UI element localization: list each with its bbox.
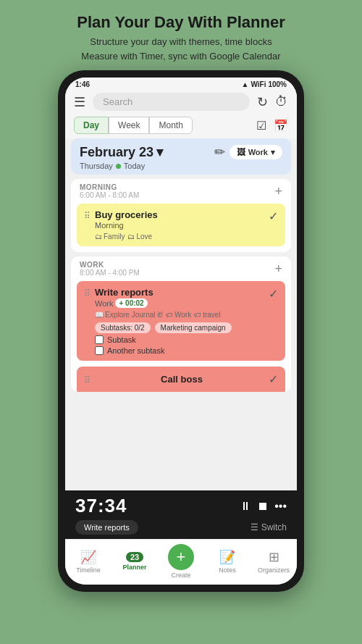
morning-drag-handle[interactable]: ⠿ (84, 211, 90, 221)
work-task-info: Write reports Work + 00:02 📖 Explore Jou… (95, 287, 269, 355)
work-drag-handle[interactable]: ⠿ (84, 288, 90, 298)
edit-icon[interactable]: ✏ (214, 144, 225, 160)
create-label: Create (171, 572, 190, 579)
today-dot (116, 164, 121, 169)
search-bar[interactable]: Search (93, 93, 250, 111)
morning-task-info: Buy groceries Morning 🗂 Family 🗂 Love (95, 209, 269, 241)
planner-label: Planner (122, 564, 146, 571)
work-tag-travel: 🏷 travel (194, 311, 220, 319)
partial-task: ⠿ Call boss ✓ (77, 367, 285, 392)
date-left: February 23 ▾ Thursday Today (80, 144, 163, 170)
work-time: 8:00 AM - 4:00 PM (80, 269, 140, 277)
switch-icon: ☰ (251, 522, 258, 532)
timer-display: 37:34 (75, 495, 127, 517)
subtask-1: Subtask (95, 335, 269, 344)
nav-icons: ↻ ⏱ (257, 94, 288, 110)
phone-frame: 1:46 ▲ WiFi 100% ☰ Search ↻ ⏱ Day Week M… (58, 70, 304, 592)
chevron-icon[interactable]: ▾ (156, 144, 163, 160)
organizers-label: Organizers (258, 566, 290, 574)
tab-month[interactable]: Month (149, 117, 192, 134)
notes-label: Notes (219, 566, 236, 574)
work-tag-work: 🏷 Work (166, 311, 191, 319)
create-button[interactable]: + (168, 544, 194, 570)
bottom-nav: 📈 Timeline 23 Planner + Create 📝 Notes ⊞… (65, 539, 297, 585)
work-img-icon: 🖼 (237, 147, 245, 157)
morning-task-title: Buy groceries (95, 209, 269, 220)
work-chevron-icon: ▾ (271, 148, 275, 157)
partial-task-title: Call boss (161, 374, 203, 385)
morning-task-top: ⠿ Buy groceries Morning 🗂 Family 🗂 (84, 209, 278, 241)
morning-section-header: MORNING 6:00 AM - 8:00 AM + (71, 179, 291, 201)
work-add-button[interactable]: + (274, 262, 282, 277)
work-task-check[interactable]: ✓ (269, 287, 278, 301)
status-right: ▲ WiFi 100% (242, 80, 287, 88)
page-title: Plan Your Day With Planner (77, 13, 285, 32)
subtasks-count-badge: Subtasks: 0/2 (95, 322, 151, 333)
work-task-tags: 📖 Explore Journal it! 🏷 Work 🏷 travel (95, 311, 269, 319)
morning-label: MORNING (80, 183, 139, 191)
calendar-icon[interactable]: 📅 (274, 119, 288, 133)
signal-icon: ▲ (242, 80, 249, 88)
main-content: February 23 ▾ Thursday Today ✏ 🖼 Work ▾ (65, 138, 297, 490)
status-time: 1:46 (75, 80, 90, 88)
nav-item-notes[interactable]: 📝 Notes (209, 549, 245, 574)
morning-task-tags: 🗂 Family 🗂 Love (95, 233, 269, 241)
work-task-subtitle: Work + 00:02 (95, 298, 269, 308)
work-badge[interactable]: 🖼 Work ▾ (230, 145, 282, 159)
wifi-icon: WiFi (251, 80, 266, 88)
work-label-group: WORK 8:00 AM - 4:00 PM (80, 261, 140, 277)
work-section-header: WORK 8:00 AM - 4:00 PM + (71, 256, 291, 278)
work-label: WORK (80, 261, 140, 269)
switch-button[interactable]: ☰ Switch (251, 522, 287, 532)
timer-task-label[interactable]: Write reports (75, 520, 138, 535)
timeline-icon: 📈 (80, 549, 96, 565)
nav-item-planner[interactable]: 23 Planner (117, 552, 153, 571)
folder-icon: 🗂 (95, 233, 102, 241)
timer-icon[interactable]: ⏱ (275, 94, 288, 110)
timeline-label: Timeline (76, 566, 101, 574)
nav-item-organizers[interactable]: ⊞ Organizers (256, 549, 292, 574)
subtask1-checkbox[interactable] (95, 335, 104, 344)
timer-pause-button[interactable]: ⏸ (240, 500, 251, 513)
work-tag-journal: 📖 Explore Journal it! (95, 311, 163, 319)
date-right: ✏ 🖼 Work ▾ (214, 144, 282, 160)
notes-icon: 📝 (219, 549, 235, 565)
top-nav: ☰ Search ↻ ⏱ (65, 90, 297, 115)
refresh-icon[interactable]: ↻ (257, 94, 268, 110)
nav-item-timeline[interactable]: 📈 Timeline (70, 549, 106, 574)
planner-badge: 23 (126, 552, 143, 562)
morning-tag-family: 🗂 Family (95, 233, 125, 241)
timer-more-button[interactable]: ••• (274, 500, 287, 513)
marketing-badge: Marketing campaign (155, 322, 232, 333)
partial-drag-handle[interactable]: ⠿ (84, 375, 90, 385)
morning-label-group: MORNING 6:00 AM - 8:00 AM (80, 183, 139, 199)
subtask-2: Another subtask (95, 346, 269, 355)
work-task-subtasks: Subtasks: 0/2 Marketing campaign (95, 322, 269, 333)
battery-icon: 100% (268, 80, 287, 88)
date-title: February 23 ▾ (80, 144, 163, 160)
tab-day[interactable]: Day (74, 117, 109, 134)
work-section: WORK 8:00 AM - 4:00 PM + ⠿ Write reports… (71, 256, 291, 392)
status-bar: 1:46 ▲ WiFi 100% (65, 78, 297, 90)
work-task-top: ⠿ Write reports Work + 00:02 📖 Explore J… (84, 287, 278, 355)
date-subtitle: Thursday Today (80, 162, 163, 170)
journal-icon: 📖 (95, 311, 104, 319)
nav-item-create[interactable]: + Create (163, 544, 199, 579)
tab-week[interactable]: Week (109, 117, 149, 134)
work-task-card: ⠿ Write reports Work + 00:02 📖 Explore J… (77, 281, 285, 361)
timer-stop-button[interactable]: ⏹ (257, 500, 269, 513)
morning-task-subtitle: Morning (95, 221, 269, 230)
subtask2-checkbox[interactable] (95, 346, 104, 355)
search-placeholder: Search (103, 96, 132, 107)
phone-screen: 1:46 ▲ WiFi 100% ☰ Search ↻ ⏱ Day Week M… (65, 78, 297, 585)
tag-icon: 🏷 (166, 311, 173, 319)
tab-icons: ☑ 📅 (256, 119, 288, 133)
tag2-icon: 🏷 (194, 311, 201, 319)
morning-add-button[interactable]: + (274, 184, 282, 199)
partial-task-check[interactable]: ✓ (269, 372, 278, 386)
menu-icon[interactable]: ☰ (74, 94, 85, 110)
check-icon[interactable]: ☑ (256, 119, 266, 133)
morning-time: 6:00 AM - 8:00 AM (80, 191, 139, 199)
morning-task-check[interactable]: ✓ (269, 209, 278, 223)
header-section: Plan Your Day With Planner Structure you… (62, 0, 300, 70)
